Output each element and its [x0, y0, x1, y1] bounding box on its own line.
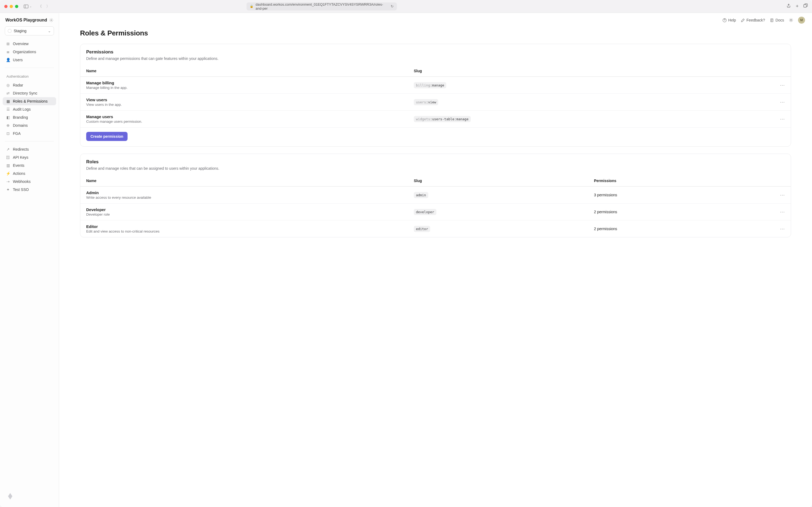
svg-point-3: [51, 19, 52, 21]
feedback-link[interactable]: Feedback?: [741, 18, 765, 22]
sidebar-item-events[interactable]: ▥Events: [3, 161, 56, 169]
row-actions-icon[interactable]: ···: [774, 209, 785, 215]
directory-sync-icon: ⇄: [6, 91, 10, 95]
section-label-auth: Authentication: [3, 72, 56, 80]
role-slug: editor: [414, 226, 430, 232]
environment-icon: [8, 29, 11, 33]
forward-icon: 〉: [46, 4, 50, 9]
row-actions-icon[interactable]: ···: [774, 99, 785, 105]
gear-icon[interactable]: [49, 18, 53, 22]
role-permission-count: 2 permissions: [594, 210, 774, 214]
sidebar-item-test-sso[interactable]: ✦Test SSO: [3, 185, 56, 193]
sidebar-item-overview[interactable]: ⊞Overview: [3, 40, 56, 48]
row-actions-icon[interactable]: ···: [774, 82, 785, 88]
sidebar-item-branding[interactable]: ◧Branding: [3, 113, 56, 121]
create-permission-button[interactable]: Create permission: [86, 132, 127, 141]
permission-row: Manage usersCustom manage users permissi…: [80, 110, 791, 127]
row-actions-icon[interactable]: ···: [774, 116, 785, 122]
sidebar: WorkOS Playground Staging ⌄ ⊞Overview≣Or…: [0, 13, 59, 507]
help-icon: [722, 18, 727, 22]
row-actions-icon[interactable]: ···: [774, 192, 785, 198]
roles-permissions-icon: ▦: [6, 99, 10, 103]
avatar[interactable]: M: [798, 17, 805, 23]
sidebar-item-label: Redirects: [13, 147, 29, 152]
lock-icon: 🔒: [250, 5, 253, 8]
col-name: Name: [86, 69, 414, 73]
reload-icon[interactable]: ↻: [391, 4, 394, 8]
permissions-description: Define and manage permissions that can g…: [86, 56, 785, 61]
permission-name: Manage users: [86, 114, 414, 119]
docs-icon: [770, 18, 774, 22]
sidebar-item-radar[interactable]: ◎Radar: [3, 81, 56, 89]
environment-select[interactable]: Staging ⌄: [5, 26, 54, 36]
row-actions-icon[interactable]: ···: [774, 226, 785, 232]
sidebar-item-roles-permissions[interactable]: ▦Roles & Permissions: [3, 97, 56, 105]
sidebar-item-api-keys[interactable]: ⚿API Keys: [3, 153, 56, 161]
role-name: Editor: [86, 224, 414, 229]
close-window-icon[interactable]: [4, 5, 7, 8]
sidebar-item-redirects[interactable]: ↗Redirects: [3, 145, 56, 153]
sidebar-item-audit-logs[interactable]: ☰Audit Logs: [3, 105, 56, 113]
api-keys-icon: ⚿: [6, 155, 10, 160]
topbar: Help Feedback? Docs: [59, 13, 812, 23]
role-row: EditorEdit and view access to non-critic…: [80, 220, 791, 237]
permission-row: Manage billingManage billing in the app.…: [80, 76, 791, 94]
sidebar-item-label: API Keys: [13, 155, 28, 160]
permissions-card: Permissions Define and manage permission…: [80, 44, 791, 147]
sidebar-item-organizations[interactable]: ≣Organizations: [3, 48, 56, 56]
users-icon: 👤: [6, 58, 10, 62]
window-controls: [4, 5, 18, 8]
audit-logs-icon: ☰: [6, 107, 10, 111]
sidebar-item-fga[interactable]: ⊡FGA: [3, 129, 56, 137]
sidebar-item-label: Roles & Permissions: [13, 99, 48, 103]
workspace-title: WorkOS Playground: [5, 18, 47, 22]
roles-description: Define and manage roles that can be assi…: [86, 166, 785, 171]
sidebar-item-label: Radar: [13, 83, 23, 87]
role-slug: developer: [414, 209, 437, 215]
share-icon[interactable]: [787, 3, 791, 9]
role-name: Developer: [86, 207, 414, 212]
back-icon[interactable]: 〈: [38, 4, 42, 9]
sidebar-item-label: Events: [13, 163, 24, 168]
page-title: Roles & Permissions: [80, 29, 791, 37]
sidebar-item-users[interactable]: 👤Users: [3, 56, 56, 64]
sidebar-item-domains[interactable]: ⊕Domains: [3, 121, 56, 129]
svg-rect-0: [24, 5, 28, 8]
test-sso-icon: ✦: [6, 187, 10, 192]
role-desc: Edit and view access to non-critical res…: [86, 229, 414, 233]
sidebar-item-label: Branding: [13, 115, 28, 119]
url-bar[interactable]: 🔒 dashboard.workos.com/environment_01EQ1…: [246, 2, 397, 10]
organizations-icon: ≣: [6, 50, 10, 54]
role-row: AdminWrite access to every resource avai…: [80, 186, 791, 203]
maximize-window-icon[interactable]: [15, 5, 18, 8]
help-link[interactable]: Help: [722, 18, 736, 22]
sidebar-item-label: Audit Logs: [13, 107, 31, 111]
theme-toggle-icon[interactable]: [789, 18, 793, 22]
sidebar-item-actions[interactable]: ⚡Actions: [3, 169, 56, 177]
url-text: dashboard.workos.com/environment_01EQ1FT…: [255, 2, 389, 10]
docs-link[interactable]: Docs: [770, 18, 784, 22]
role-desc: Write access to every resource available: [86, 195, 414, 200]
minimize-window-icon[interactable]: [10, 5, 13, 8]
permission-name: View users: [86, 98, 414, 102]
sidebar-item-label: Users: [13, 58, 23, 62]
role-permission-count: 2 permissions: [594, 227, 774, 231]
col-name: Name: [86, 179, 414, 183]
new-tab-icon[interactable]: +: [796, 3, 799, 9]
svg-point-9: [790, 19, 792, 21]
sidebar-item-directory-sync[interactable]: ⇄Directory Sync: [3, 89, 56, 97]
svg-rect-2: [804, 5, 806, 7]
chevron-down-icon: ⌄: [48, 29, 51, 33]
sidebar-item-label: Directory Sync: [13, 91, 37, 95]
sidebar-toggle-icon[interactable]: ⌄: [23, 5, 32, 8]
tabs-icon[interactable]: [803, 3, 808, 9]
permission-desc: Custom manage users permission.: [86, 119, 414, 123]
role-desc: Developer role: [86, 212, 414, 216]
feedback-icon: [741, 18, 745, 22]
browser-toolbar: ⌄ 〈 〉 🔒 dashboard.workos.com/environment…: [0, 0, 812, 13]
radar-icon: ◎: [6, 83, 10, 87]
permission-desc: View users in the app.: [86, 103, 414, 107]
sidebar-item-webhooks[interactable]: ⇢Webhooks: [3, 177, 56, 185]
sidebar-item-label: Domains: [13, 123, 27, 127]
environment-label: Staging: [14, 29, 26, 33]
